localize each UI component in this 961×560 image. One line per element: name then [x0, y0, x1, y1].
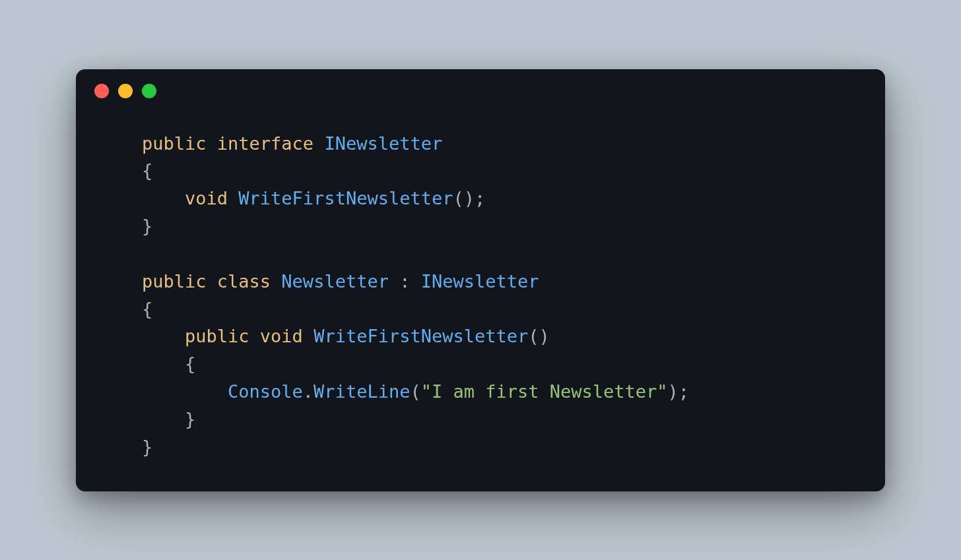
keyword-public: public — [142, 133, 207, 154]
indent — [142, 381, 228, 402]
code-window: public interface INewsletter { void Writ… — [76, 69, 885, 491]
method-writeline: WriteLine — [314, 381, 410, 402]
brace-close: } — [185, 409, 195, 429]
keyword-public: public — [142, 271, 207, 292]
space — [314, 133, 324, 154]
paren-close: ) — [464, 188, 475, 208]
keyword-void: void — [260, 326, 303, 346]
indent — [142, 188, 185, 208]
paren-open: ( — [528, 326, 539, 346]
indent — [142, 354, 185, 374]
method-writefirstnewsletter: WriteFirstNewsletter — [238, 188, 453, 208]
type-console: Console — [228, 381, 303, 402]
keyword-public: public — [185, 326, 249, 346]
space — [207, 271, 217, 292]
type-newsletter: Newsletter — [281, 271, 389, 292]
string-literal: "I am first Newsletter" — [421, 381, 668, 402]
keyword-interface: interface — [217, 133, 314, 154]
code-block: public interface INewsletter { void Writ… — [76, 98, 885, 487]
dot: . — [303, 381, 314, 402]
brace-open: { — [142, 160, 152, 181]
indent — [142, 326, 185, 346]
type-inewsletter: INewsletter — [421, 271, 539, 292]
paren-close: ) — [668, 381, 679, 402]
type-inewsletter: INewsletter — [324, 133, 442, 154]
indent — [142, 409, 185, 429]
close-icon[interactable] — [94, 84, 109, 98]
space — [228, 188, 238, 208]
brace-close: } — [142, 437, 152, 457]
keyword-void: void — [185, 188, 228, 208]
brace-close: } — [142, 216, 152, 236]
space — [207, 133, 217, 154]
method-writefirstnewsletter: WriteFirstNewsletter — [314, 326, 528, 346]
space — [303, 326, 314, 346]
semicolon: ; — [679, 381, 689, 402]
space — [271, 271, 281, 292]
colon-sep: : — [389, 271, 421, 292]
paren-open: ( — [453, 188, 463, 208]
brace-open: { — [185, 354, 195, 374]
paren-close: ) — [539, 326, 550, 346]
window-titlebar — [76, 69, 885, 98]
brace-open: { — [142, 299, 152, 319]
maximize-icon[interactable] — [142, 84, 156, 98]
minimize-icon[interactable] — [118, 84, 133, 98]
paren-open: ( — [410, 381, 420, 402]
keyword-class: class — [217, 271, 271, 292]
space — [249, 326, 260, 346]
semicolon: ; — [475, 188, 485, 208]
